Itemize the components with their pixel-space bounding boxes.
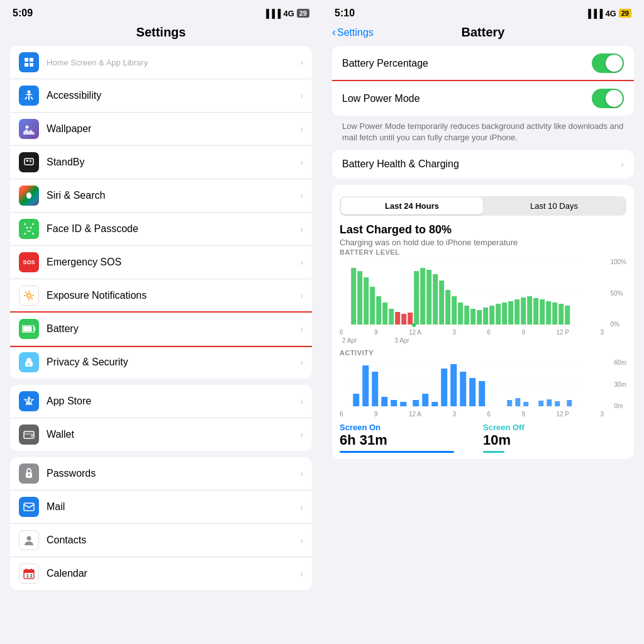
passwords-label: Passwords <box>47 468 300 479</box>
battery-percentage-item[interactable]: Battery Percentage <box>332 46 634 81</box>
svg-rect-1 <box>30 58 33 62</box>
date-labels: 2 Apr 3 Apr <box>340 337 626 344</box>
svg-rect-57 <box>458 303 463 325</box>
svg-rect-7 <box>26 160 28 162</box>
svg-rect-9 <box>30 162 31 163</box>
calendar-chevron: › <box>300 569 303 579</box>
mail-label: Mail <box>47 501 300 513</box>
time-period-control[interactable]: Last 24 Hours Last 10 Days <box>340 196 626 216</box>
home-screen-icon <box>19 52 39 72</box>
contacts-label: Contacts <box>47 535 300 546</box>
svg-point-75 <box>412 323 416 327</box>
settings-item-privacy[interactable]: Privacy & Security › <box>10 346 312 379</box>
svg-rect-74 <box>565 306 570 325</box>
low-power-description: Low Power Mode temporarily reduces backg… <box>332 116 634 150</box>
settings-content: Home Screen & App Library › Accessibilit… <box>0 46 322 644</box>
settings-group-1: Home Screen & App Library › Accessibilit… <box>10 46 312 379</box>
back-button[interactable]: ‹ Settings <box>332 26 374 39</box>
settings-item-battery[interactable]: Battery › <box>10 313 312 346</box>
svg-rect-85 <box>413 400 419 406</box>
settings-item-exposure[interactable]: Exposure Notifications › <box>10 279 312 313</box>
battery-icon <box>19 319 39 339</box>
settings-item-faceid[interactable]: Face ID & Passcode › <box>10 213 312 246</box>
settings-item-wallet[interactable]: Wallet › <box>10 418 312 451</box>
battery-level-chart: BATTERY LEVEL <box>340 248 626 344</box>
settings-group-3: Passwords › Mail › Contacts › 1 2 <box>10 457 312 590</box>
svg-rect-54 <box>439 280 444 325</box>
svg-rect-96 <box>538 401 543 406</box>
svg-rect-70 <box>540 299 545 325</box>
right-panel: 5:10 ▐▐▐ 4G 29 ‹ Settings Battery Batter… <box>322 0 644 644</box>
svg-rect-43 <box>370 287 375 325</box>
activity-y-30: 30m <box>614 381 626 388</box>
right-status-icons: ▐▐▐ 4G 29 <box>586 9 631 18</box>
charge-info: Last Charged to 80% Charging was on hold… <box>340 221 626 248</box>
toggle-knob-percentage <box>606 55 623 72</box>
svg-point-31 <box>27 536 31 541</box>
screen-on-item: Screen On 6h 31m <box>340 423 483 453</box>
y-label-50: 50% <box>610 290 626 297</box>
battery-chevron: › <box>300 324 303 334</box>
svg-point-12 <box>30 227 32 229</box>
battery-percentage-toggle[interactable] <box>592 53 624 73</box>
svg-point-13 <box>27 294 31 297</box>
status-bar-right: 5:10 ▐▐▐ 4G 29 <box>322 0 644 21</box>
toggle-knob-low-power <box>606 90 623 107</box>
settings-item-contacts[interactable]: Contacts › <box>10 524 312 557</box>
svg-rect-73 <box>558 304 564 325</box>
settings-item-accessibility[interactable]: Accessibility › <box>10 79 312 113</box>
accessibility-label: Accessibility <box>47 90 300 101</box>
battery-health-item[interactable]: Battery Health & Charging › <box>332 150 634 179</box>
svg-rect-58 <box>464 306 469 325</box>
svg-rect-91 <box>469 378 475 406</box>
accessibility-icon <box>19 86 39 106</box>
y-label-100: 100% <box>610 258 626 265</box>
battery-x-labels: 6 9 12 A 3 6 9 12 P 3 <box>340 329 626 336</box>
wallet-chevron: › <box>300 430 303 440</box>
svg-rect-21 <box>23 326 32 332</box>
svg-rect-45 <box>382 303 387 325</box>
svg-rect-67 <box>521 297 526 325</box>
svg-rect-61 <box>483 308 488 325</box>
tab-last-24h[interactable]: Last 24 Hours <box>341 197 483 214</box>
settings-item-siri[interactable]: Siri & Search › <box>10 179 312 213</box>
settings-item-wallpaper[interactable]: Wallpaper › <box>10 113 312 146</box>
settings-item-standby[interactable]: StandBy › <box>10 146 312 179</box>
low-power-item[interactable]: Low Power Mode <box>332 81 634 116</box>
svg-rect-59 <box>470 309 475 325</box>
svg-rect-71 <box>546 301 551 325</box>
svg-point-11 <box>26 227 28 229</box>
settings-item-sos[interactable]: SOS Emergency SOS › <box>10 246 312 279</box>
settings-item-calendar[interactable]: 1 2 Calendar › <box>10 557 312 590</box>
screen-off-label: Screen Off <box>483 423 626 432</box>
wallpaper-chevron: › <box>300 124 303 134</box>
battery-toggles-group: Battery Percentage Low Power Mode <box>332 46 634 116</box>
sos-label: Emergency SOS <box>47 257 300 268</box>
siri-label: Siri & Search <box>47 190 300 201</box>
settings-item-appstore[interactable]: A App Store › <box>10 385 312 418</box>
exposure-chevron: › <box>300 291 303 301</box>
settings-item-home-screen[interactable]: Home Screen & App Library › <box>10 46 312 79</box>
wallpaper-icon <box>19 119 39 139</box>
svg-rect-30 <box>24 503 34 511</box>
activity-svg <box>340 359 612 409</box>
svg-point-5 <box>26 126 29 129</box>
svg-rect-87 <box>431 402 438 406</box>
svg-rect-42 <box>364 277 369 325</box>
low-power-toggle[interactable] <box>592 89 624 108</box>
svg-point-23 <box>28 364 30 365</box>
siri-chevron: › <box>300 191 303 201</box>
svg-rect-97 <box>547 399 552 406</box>
back-label: Settings <box>337 27 374 38</box>
passwords-chevron: › <box>300 469 303 479</box>
tab-last-10d[interactable]: Last 10 Days <box>483 197 625 214</box>
health-chevron: › <box>621 159 624 169</box>
settings-item-passwords[interactable]: Passwords › <box>10 457 312 491</box>
svg-rect-8 <box>30 160 31 161</box>
svg-point-10 <box>26 192 31 199</box>
svg-rect-79 <box>353 394 359 406</box>
date-apr3: 3 Apr <box>394 337 409 344</box>
privacy-label: Privacy & Security <box>47 357 300 368</box>
calendar-icon: 1 2 <box>19 564 39 584</box>
settings-item-mail[interactable]: Mail › <box>10 491 312 524</box>
